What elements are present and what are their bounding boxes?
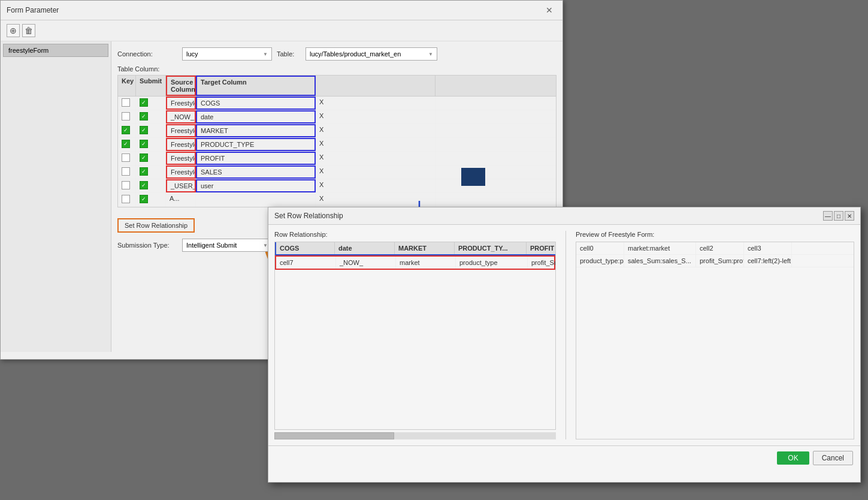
source-cell: FreestyleForm1:cell7 (166, 97, 196, 110)
table-column-label: Table Column: (117, 65, 557, 73)
submit-checkbox[interactable]: ✓ (140, 98, 148, 107)
form-item[interactable]: freestyleForm (3, 44, 108, 57)
cancel-button[interactable]: Cancel (813, 451, 853, 465)
preview-label: Preview of Freestyle Form: (576, 231, 854, 238)
key-checkbox[interactable] (122, 112, 130, 121)
table-row: ✓ FreestyleForm1:sales_Sum SALES X (118, 165, 556, 179)
bg-table-container: Key Submit Source Column Target Column ✓… (117, 75, 557, 207)
horizontal-scrollbar[interactable] (274, 432, 556, 439)
form-param-title: Form Parameter (7, 6, 59, 14)
rel-col-profit: PROFIT (527, 242, 556, 254)
set-row-body: Row Relationship: COGS date MARKET PRODU… (268, 225, 860, 445)
preview-cell: cell7:left(2)-left(1) (744, 255, 792, 267)
set-row-titlebar: Set Row Relationship — □ ✕ (268, 207, 860, 225)
table-dropdown[interactable]: lucy/Tables/product_market_en ▼ (306, 47, 437, 61)
preview-row: product_type:pro... sales_Sum:sales_S...… (576, 255, 854, 267)
rel-data-product: product_type (456, 257, 528, 269)
preview-cell: cell2 (696, 242, 744, 254)
set-row-relationship-button[interactable]: Set Row Relationship (117, 218, 195, 233)
preview-table: cell0 market:market cell2 cell3 product_… (576, 242, 854, 439)
preview-cell: cell0 (576, 242, 624, 254)
submit-checkbox[interactable]: ✓ (140, 112, 148, 121)
rel-data-market: market (396, 257, 456, 269)
set-row-footer: OK Cancel (268, 445, 860, 470)
col-submit: Submit (136, 76, 166, 96)
col-source: Source Column (166, 76, 196, 96)
scroll-thumb[interactable] (274, 432, 394, 439)
key-cell (118, 97, 136, 110)
key-checkbox[interactable] (122, 195, 130, 203)
key-checkbox[interactable]: ✓ (122, 126, 130, 134)
form-param-titlebar: Form Parameter ✕ (1, 1, 562, 20)
ok-button[interactable]: OK (777, 451, 809, 465)
table-row: ✓ A... X (118, 193, 556, 207)
dark-blue-square (461, 168, 485, 186)
key-checkbox[interactable] (122, 98, 130, 107)
connection-dropdown-arrow: ▼ (263, 52, 268, 57)
form-param-toolbar: ⊕ 🗑 (1, 20, 562, 41)
submit-cell: ✓ (136, 97, 166, 110)
preview-cell: sales_Sum:sales_S... (624, 255, 696, 267)
preview-row: cell0 market:market cell2 cell3 (576, 242, 854, 255)
connection-row: Connection: lucy ▼ Table: lucy/Tables/pr… (117, 47, 557, 61)
rel-data-date: _NOW_ (336, 257, 396, 269)
table-row: ✓ _NOW_ date X (118, 110, 556, 124)
table-row: ✓ FreestyleForm1:profit_Sum PROFIT X (118, 152, 556, 165)
submit-checkbox[interactable]: ✓ (140, 195, 148, 203)
key-checkbox[interactable] (122, 181, 130, 189)
key-checkbox[interactable] (122, 153, 130, 162)
preview-cell: product_type:pro... (576, 255, 624, 267)
connection-label: Connection: (117, 50, 177, 58)
rel-col-cogs: COGS (275, 242, 335, 254)
relationship-table[interactable]: COGS date MARKET PRODUCT_TY... PROFIT ce… (274, 242, 556, 430)
connection-dropdown[interactable]: lucy ▼ (182, 47, 272, 61)
maximize-button[interactable]: □ (834, 211, 843, 221)
table-row: ✓ ✓ FreestyleForm1:market MARKET X (118, 124, 556, 138)
col-key: Key (118, 76, 136, 96)
close-button[interactable]: ✕ (845, 211, 854, 221)
rel-data-profit: profit_Sun (528, 257, 556, 269)
window-buttons: — □ ✕ (823, 211, 854, 221)
left-panel: freestyleForm (1, 41, 111, 352)
set-row-dialog: Set Row Relationship — □ ✕ Row Relations… (268, 207, 861, 483)
submit-checkbox[interactable]: ✓ (140, 126, 148, 134)
submit-checkbox[interactable]: ✓ (140, 181, 148, 189)
key-checkbox[interactable] (122, 167, 130, 176)
preview-cell: profit_Sum:profit_... (696, 255, 744, 267)
table-label: Table: (277, 50, 301, 58)
submission-type-label: Submission Type: (117, 242, 177, 249)
x-cell[interactable]: X (316, 97, 435, 110)
col-x-header (316, 76, 435, 96)
submit-checkbox[interactable]: ✓ (140, 167, 148, 176)
rel-col-market: MARKET (395, 242, 455, 254)
set-row-title: Set Row Relationship (274, 212, 343, 220)
key-checkbox[interactable]: ✓ (122, 140, 130, 148)
table-dropdown-arrow: ▼ (428, 52, 433, 57)
table-row: ✓ ✓ FreestyleForm1:product_type PRODUCT_… (118, 138, 556, 152)
vertical-divider (565, 231, 566, 439)
minimize-button[interactable]: — (823, 211, 833, 221)
add-button[interactable]: ⊕ (7, 24, 20, 37)
rel-col-date: date (335, 242, 395, 254)
rel-col-product: PRODUCT_TY... (455, 242, 527, 254)
delete-button[interactable]: 🗑 (22, 24, 35, 37)
relationship-panel: Row Relationship: COGS date MARKET PRODU… (274, 231, 556, 439)
bg-table-header: Key Submit Source Column Target Column (118, 76, 556, 97)
preview-cell: market:market (624, 242, 696, 254)
table-row: ✓ _USER_ user X (118, 179, 556, 193)
submit-checkbox[interactable]: ✓ (140, 153, 148, 162)
submit-checkbox[interactable]: ✓ (140, 140, 148, 148)
table-row: ✓ FreestyleForm1:cell7 COGS X (118, 97, 556, 110)
submission-type-dropdown[interactable]: Intelligent Submit ▼ (182, 239, 272, 252)
rel-data-cogs: cell7 (276, 257, 336, 269)
form-param-close-button[interactable]: ✕ (542, 4, 557, 16)
preview-panel: Preview of Freestyle Form: cell0 market:… (576, 231, 854, 439)
target-cell: COGS (196, 97, 316, 110)
rel-table-data-row: cell7 _NOW_ market product_type profit_S… (275, 255, 555, 270)
rel-table-header: COGS date MARKET PRODUCT_TY... PROFIT (275, 242, 555, 255)
preview-cell: cell3 (744, 242, 792, 254)
col-target: Target Column (196, 76, 316, 96)
submission-type-arrow: ▼ (263, 243, 268, 248)
relationship-label: Row Relationship: (274, 231, 556, 238)
